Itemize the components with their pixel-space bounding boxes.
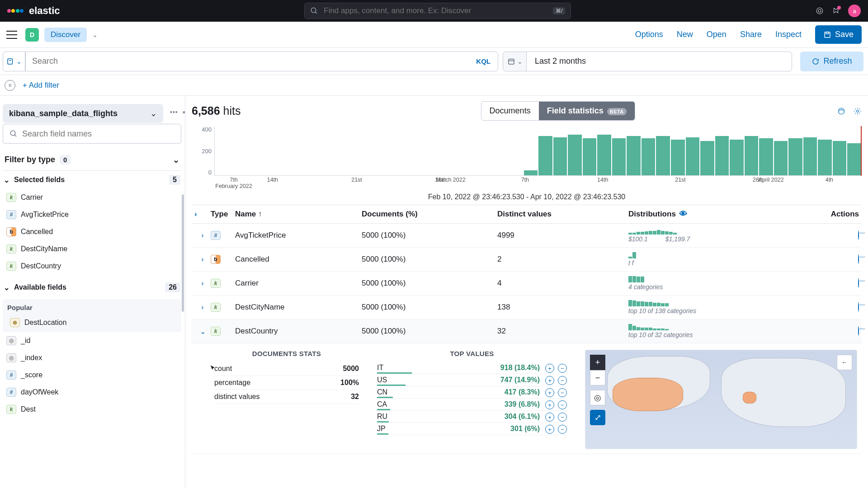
chart-options-icon[interactable] bbox=[837, 107, 845, 115]
filter-settings-icon[interactable]: ≡ bbox=[5, 80, 15, 91]
filter-out-icon[interactable]: − bbox=[558, 388, 567, 397]
row-distribution: $100.1 $1,199.7 bbox=[628, 228, 823, 243]
sidebar-collapse-icon[interactable]: ⇤ bbox=[183, 108, 185, 116]
expand-row-chevron-icon[interactable]: › bbox=[194, 255, 211, 263]
scrollbar[interactable] bbox=[182, 194, 184, 312]
share-link[interactable]: Share bbox=[740, 30, 762, 39]
field-item[interactable]: #dayOfWeek bbox=[3, 384, 181, 401]
elastic-logo[interactable]: elastic bbox=[7, 5, 60, 17]
field-item[interactable]: kDestCountry bbox=[3, 258, 181, 275]
save-button[interactable]: Save bbox=[815, 25, 862, 44]
filter-out-icon[interactable]: − bbox=[558, 364, 567, 373]
explore-in-lens-icon[interactable] bbox=[858, 230, 859, 240]
map-fit-bounds-button[interactable]: ◎ bbox=[590, 390, 605, 405]
filter-for-icon[interactable]: + bbox=[545, 376, 554, 385]
field-name: AvgTicketPrice bbox=[21, 211, 69, 219]
map-fullscreen-button[interactable]: ⤢ bbox=[590, 410, 605, 425]
eye-off-icon[interactable]: 👁 bbox=[679, 210, 687, 218]
field-item[interactable]: bCancelled bbox=[3, 223, 181, 240]
row-docs: 5000 (100%) bbox=[362, 327, 497, 336]
date-value: Last 2 months bbox=[527, 56, 586, 66]
inspect-link[interactable]: Inspect bbox=[775, 30, 802, 39]
newsfeed-icon[interactable] bbox=[832, 7, 840, 15]
open-link[interactable]: Open bbox=[707, 30, 726, 39]
explore-in-lens-icon[interactable] bbox=[858, 302, 859, 312]
filter-for-icon[interactable]: + bbox=[545, 364, 554, 373]
field-type-badge: k bbox=[6, 405, 16, 414]
app-icon-discover[interactable]: D bbox=[25, 28, 39, 42]
date-picker[interactable]: ⌄ Last 2 months bbox=[503, 52, 792, 71]
field-item[interactable]: kDest bbox=[3, 401, 181, 418]
doc-stat-row: count5000 bbox=[214, 362, 359, 376]
field-item[interactable]: kDestCityName bbox=[3, 240, 181, 258]
field-item[interactable]: ◎_id bbox=[3, 332, 181, 349]
field-search[interactable] bbox=[3, 124, 181, 144]
field-item[interactable]: ◎_index bbox=[3, 349, 181, 366]
query-bar[interactable]: KQL bbox=[25, 52, 498, 71]
map-zoom-out-button[interactable]: − bbox=[590, 370, 605, 385]
row-docs: 5000 (100%) bbox=[362, 255, 497, 264]
filter-out-icon[interactable]: − bbox=[558, 400, 567, 409]
field-type-badge: b bbox=[6, 227, 16, 236]
global-search[interactable]: ⌘/ bbox=[304, 3, 571, 19]
refresh-button[interactable]: Refresh bbox=[800, 52, 863, 71]
field-item[interactable]: ⊕DestLocation bbox=[6, 314, 178, 331]
field-type-badge: # bbox=[6, 371, 16, 380]
filter-out-icon[interactable]: − bbox=[558, 425, 567, 434]
field-name: _id bbox=[21, 337, 30, 345]
svg-line-11 bbox=[14, 135, 16, 136]
filter-out-icon[interactable]: − bbox=[558, 376, 567, 385]
selected-fields-header[interactable]: ⌄ Selected fields 5 bbox=[3, 171, 181, 189]
filter-for-icon[interactable]: + bbox=[545, 400, 554, 409]
row-distinct: 138 bbox=[497, 303, 628, 312]
settings-gear-icon[interactable] bbox=[854, 107, 862, 115]
field-search-input[interactable] bbox=[22, 129, 175, 139]
field-type-badge: # bbox=[6, 388, 16, 397]
options-link[interactable]: Options bbox=[635, 30, 663, 39]
time-histogram[interactable]: 400 200 0 7thFebruary 202214th21st28thMa… bbox=[192, 126, 862, 189]
expand-row-chevron-icon[interactable]: › bbox=[194, 279, 211, 287]
available-fields-header[interactable]: ⌄ Available fields 26 bbox=[3, 278, 181, 296]
chevron-down-icon: ⌄ bbox=[173, 155, 179, 165]
tab-field-statistics[interactable]: Field statisticsBETA bbox=[539, 102, 635, 120]
expand-row-chevron-icon[interactable]: ⌄ bbox=[194, 327, 211, 336]
logo-text: elastic bbox=[29, 5, 60, 17]
chevron-down-icon[interactable]: ⌄ bbox=[92, 31, 98, 38]
kql-toggle[interactable]: KQL bbox=[476, 57, 491, 65]
expand-all-chevron-icon[interactable]: › bbox=[194, 210, 197, 218]
explore-in-lens-icon[interactable] bbox=[858, 254, 859, 264]
top-value-row: CN417 (8.3%) +− bbox=[377, 386, 567, 399]
expand-row-chevron-icon[interactable]: › bbox=[194, 231, 211, 239]
global-search-input[interactable] bbox=[324, 6, 547, 15]
index-pattern-selector[interactable]: kibana_sample_data_flights ⌄ bbox=[3, 104, 163, 123]
map-zoom-in-button[interactable]: + bbox=[590, 355, 605, 370]
field-item[interactable]: #_score bbox=[3, 366, 181, 384]
explore-in-lens-icon[interactable] bbox=[858, 278, 859, 288]
filter-for-icon[interactable]: + bbox=[545, 425, 554, 434]
filter-for-icon[interactable]: + bbox=[545, 388, 554, 397]
histogram-bar bbox=[774, 141, 788, 175]
field-add-icon[interactable]: ••• bbox=[170, 108, 178, 116]
new-link[interactable]: New bbox=[677, 30, 693, 39]
user-avatar[interactable]: a bbox=[848, 5, 861, 17]
filter-for-icon[interactable]: + bbox=[545, 413, 554, 422]
expand-row-chevron-icon[interactable]: › bbox=[194, 303, 211, 311]
choropleth-map[interactable]: + − ◎ ⤢ ← bbox=[585, 350, 857, 449]
tab-documents[interactable]: Documents bbox=[481, 102, 539, 120]
histogram-bar bbox=[788, 138, 802, 175]
filter-by-type-toggle[interactable]: Filter by type 0 ⌄ bbox=[3, 149, 181, 171]
help-icon[interactable] bbox=[816, 7, 824, 15]
add-filter-button[interactable]: + Add filter bbox=[23, 81, 59, 90]
field-name: _score bbox=[21, 371, 42, 379]
filter-out-icon[interactable]: − bbox=[558, 413, 567, 422]
explore-in-lens-icon[interactable] bbox=[858, 326, 859, 336]
row-distribution: 4 categories bbox=[628, 276, 823, 291]
calendar-icon-button[interactable]: ⌄ bbox=[503, 52, 527, 71]
dataview-switch-button[interactable]: ⌄ bbox=[3, 52, 25, 71]
query-input[interactable] bbox=[32, 56, 491, 66]
field-item[interactable]: #AvgTicketPrice bbox=[3, 206, 181, 223]
field-item[interactable]: kCarrier bbox=[3, 189, 181, 206]
map-legend-toggle-icon[interactable]: ← bbox=[837, 355, 852, 370]
nav-toggle-icon[interactable] bbox=[6, 31, 17, 39]
breadcrumb-discover[interactable]: Discover bbox=[44, 28, 87, 42]
